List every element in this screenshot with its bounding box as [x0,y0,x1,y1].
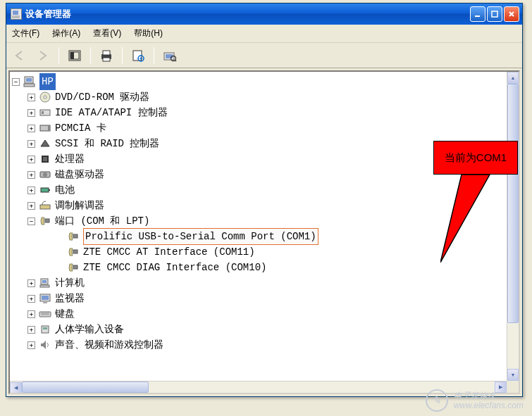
battery-icon [39,184,51,196]
svg-rect-28 [49,189,50,191]
tree-item[interactable]: + PCMCIA 卡 [12,120,507,136]
tree-item[interactable]: + 处理器 [12,151,507,167]
svg-rect-24 [43,157,47,161]
tree-item[interactable]: + 监视器 [12,291,507,306]
audio-icon [39,339,51,351]
expand-icon[interactable]: + [27,140,35,148]
scroll-thumb[interactable] [507,84,519,323]
tree-item[interactable]: + 调制解调器 [12,198,507,213]
tree-item[interactable]: + SCSI 和 RAID 控制器 [12,136,507,151]
window-controls [470,6,519,22]
item-label: IDE ATA/ATAPI 控制器 [55,105,168,120]
item-label: 监视器 [55,291,85,306]
computer-icon [39,277,51,289]
collapse-icon[interactable]: − [27,218,35,225]
pcmcia-icon [39,122,51,134]
vertical-scrollbar[interactable]: ▲ ▼ [507,72,519,381]
item-label: 端口 (COM 和 LPT) [55,213,149,229]
item-label: SCSI 和 RAID 控制器 [55,136,159,151]
port-icon [67,261,80,274]
toolbar [6,43,522,68]
expand-icon[interactable]: + [27,279,35,287]
tree-item[interactable]: + 声音、视频和游戏控制器 [12,337,507,353]
port-icon [39,215,51,227]
titlebar[interactable]: 设备管理器 [6,4,522,25]
close-button[interactable] [504,6,519,22]
expand-icon[interactable]: + [27,341,35,349]
port-icon [67,246,80,258]
monitor-icon [39,292,51,305]
maximize-button[interactable] [487,6,502,22]
scroll-down-button[interactable]: ▼ [507,369,519,381]
menu-view[interactable]: 查看(V) [93,27,121,39]
port-label: Prolific USB-to-Serial Comm Port (COM1) [83,228,318,245]
item-label: 磁盘驱动器 [55,167,104,182]
svg-rect-27 [41,188,49,192]
svg-rect-31 [73,234,78,238]
menu-help[interactable]: 帮助(H) [134,27,163,39]
tree-item[interactable]: + DVD/CD-ROM 驱动器 [12,89,507,105]
minimize-button[interactable] [470,6,485,22]
separator [58,47,59,64]
expand-icon[interactable]: + [27,310,35,318]
svg-rect-20 [42,111,44,114]
item-label: PCMCIA 卡 [55,120,106,136]
expand-icon[interactable]: + [27,125,35,132]
expand-icon[interactable]: + [27,156,35,163]
menu-file[interactable]: 文件(F) [12,27,39,39]
expand-icon[interactable]: + [27,94,35,101]
expand-icon[interactable]: + [27,187,35,194]
item-label: 键盘 [55,306,75,322]
item-label: 人体学输入设备 [55,322,124,337]
hid-icon [39,323,51,336]
scroll-up-button[interactable]: ▲ [507,72,519,84]
properties-button[interactable] [128,46,148,65]
tree-port-item[interactable]: Prolific USB-to-Serial Comm Port (COM1) [12,229,507,244]
menu-action[interactable]: 操作(A) [52,27,80,39]
scroll-thumb[interactable] [22,382,149,393]
tree-item-ports[interactable]: − 端口 (COM 和 LPT) [12,213,507,229]
svg-rect-39 [43,302,47,303]
svg-rect-15 [26,78,32,82]
tree-port-item[interactable]: ZTE CMCC AT Interface (COM11) [12,244,507,260]
tree-item[interactable]: + IDE ATA/ATAPI 控制器 [12,105,507,120]
tree-port-item[interactable]: ZTE CMCC DIAG Interface (COM10) [12,260,507,275]
print-button[interactable] [97,46,116,65]
tree-item[interactable]: + 电池 [12,182,507,198]
collapse-icon[interactable]: − [12,78,20,86]
svg-rect-30 [45,219,49,222]
scroll-left-button[interactable]: ◀ [10,382,22,393]
scan-button[interactable] [160,46,180,65]
svg-rect-38 [42,296,49,300]
tree-item[interactable]: + 人体学输入设备 [12,322,507,337]
dvd-icon [39,91,51,103]
port-label: ZTE CMCC DIAG Interface (COM10) [83,260,266,275]
expand-icon[interactable]: + [27,326,35,334]
separator [90,47,91,64]
callout-arrow-icon [440,175,504,266]
tree-item[interactable]: + 磁盘驱动器 [12,167,507,182]
back-button [11,46,30,65]
tree-root[interactable]: − HP [12,74,507,89]
svg-rect-22 [48,126,50,130]
scsi-icon [39,137,51,150]
modem-icon [39,199,51,212]
device-tree[interactable]: − HP + DVD/CD-ROM 驱动器 + IDE ATA/ATAPI 控制… [10,72,507,381]
svg-rect-32 [73,250,78,253]
tree-item[interactable]: + 计算机 [12,275,507,291]
svg-rect-1 [492,11,497,17]
svg-line-13 [175,60,176,61]
disk-icon [39,168,51,181]
svg-rect-0 [475,15,480,17]
expand-icon[interactable]: + [27,171,35,179]
expand-icon[interactable]: + [27,109,35,117]
expand-icon[interactable]: + [27,202,35,210]
tree-item[interactable]: + 键盘 [12,306,507,322]
svg-rect-44 [43,327,47,329]
svg-rect-29 [40,205,50,209]
expand-icon[interactable]: + [27,295,35,303]
item-label: 计算机 [55,275,85,291]
view-mode-button[interactable] [65,46,85,65]
item-label: 声音、视频和游戏控制器 [55,337,163,353]
menubar: 文件(F) 操作(A) 查看(V) 帮助(H) [6,25,522,43]
